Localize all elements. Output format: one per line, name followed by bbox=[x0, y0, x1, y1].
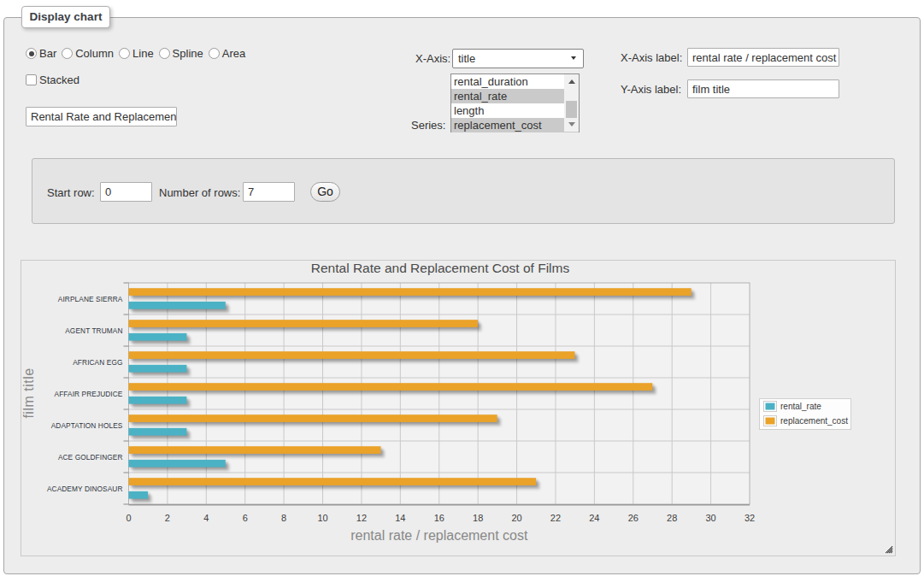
svg-text:2: 2 bbox=[165, 513, 170, 523]
svg-text:8: 8 bbox=[281, 513, 286, 523]
svg-text:12: 12 bbox=[356, 513, 367, 523]
svg-text:10: 10 bbox=[317, 513, 327, 523]
svg-text:ADAPTATION HOLES: ADAPTATION HOLES bbox=[51, 421, 123, 430]
svg-text:28: 28 bbox=[667, 513, 677, 523]
svg-text:AIRPLANE SIERRA: AIRPLANE SIERRA bbox=[58, 295, 123, 303]
svg-text:14: 14 bbox=[395, 513, 405, 523]
svg-text:16: 16 bbox=[434, 513, 444, 523]
svg-text:22: 22 bbox=[550, 513, 561, 523]
svg-text:AGENT TRUMAN: AGENT TRUMAN bbox=[65, 326, 122, 335]
svg-text:18: 18 bbox=[473, 513, 483, 523]
svg-text:26: 26 bbox=[628, 513, 639, 523]
svg-text:film title: film title bbox=[21, 367, 36, 418]
svg-text:ACE GOLDFINGER: ACE GOLDFINGER bbox=[58, 453, 123, 461]
svg-text:24: 24 bbox=[589, 513, 599, 523]
svg-text:32: 32 bbox=[744, 513, 755, 523]
svg-text:AFRICAN EGG: AFRICAN EGG bbox=[73, 358, 122, 367]
svg-text:ACADEMY DINOSAUR: ACADEMY DINOSAUR bbox=[47, 485, 123, 493]
svg-text:30: 30 bbox=[705, 513, 715, 523]
svg-text:AFFAIR PREJUDICE: AFFAIR PREJUDICE bbox=[55, 390, 123, 398]
svg-text:Rental Rate and Replacement Co: Rental Rate and Replacement Cost of Film… bbox=[311, 261, 570, 275]
svg-text:0: 0 bbox=[126, 513, 131, 523]
svg-text:replacement_cost: replacement_cost bbox=[780, 416, 848, 426]
svg-text:4: 4 bbox=[203, 513, 209, 523]
svg-text:rental_rate: rental_rate bbox=[780, 402, 821, 411]
svg-text:6: 6 bbox=[243, 513, 248, 523]
svg-text:20: 20 bbox=[511, 513, 521, 523]
svg-text:rental rate / replacement cost: rental rate / replacement cost bbox=[350, 528, 528, 543]
